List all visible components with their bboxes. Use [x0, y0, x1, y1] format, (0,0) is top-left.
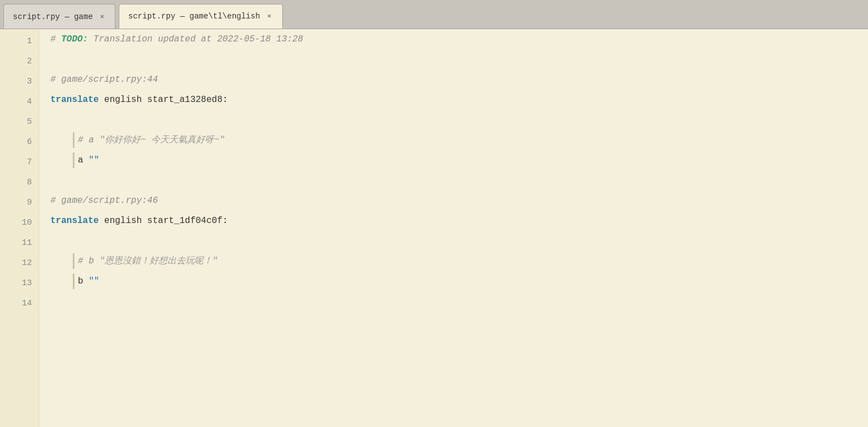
tab-label-2: script.rpy — game\tl\english — [128, 12, 260, 21]
code-line-13: b "" — [50, 271, 868, 291]
line-num-6: 6 — [0, 130, 39, 150]
line-num-1: 1 — [0, 29, 39, 49]
code-line-6: # a "你好你好~ 今天天氣真好呀~" — [50, 130, 868, 150]
tab-label-1: script.rpy — game — [13, 12, 93, 21]
code-line-8 — [50, 170, 868, 191]
tab-script-game[interactable]: script.rpy — game ✕ — [3, 4, 115, 29]
code-line-4: translate english start_a1328ed8: — [50, 90, 868, 110]
code-line-2 — [50, 49, 868, 69]
code-line-7: a "" — [50, 150, 868, 170]
tab-script-game-english[interactable]: script.rpy — game\tl\english ✕ — [119, 4, 282, 29]
line-num-14: 14 — [0, 291, 39, 312]
code-line-1: # TODO: Translation updated at 2022-05-1… — [50, 29, 868, 49]
line-num-3: 3 — [0, 69, 39, 90]
code-content[interactable]: # TODO: Translation updated at 2022-05-1… — [39, 29, 868, 427]
close-icon-1[interactable]: ✕ — [99, 13, 106, 21]
line-num-5: 5 — [0, 110, 39, 130]
code-line-12: # b "恩恩沒錯！好想出去玩呢！" — [50, 251, 868, 271]
tab-bar: script.rpy — game ✕ script.rpy — game\tl… — [0, 0, 868, 29]
line-num-10: 10 — [0, 211, 39, 231]
code-line-9: # game/script.rpy:46 — [50, 191, 868, 211]
line-num-12: 12 — [0, 251, 39, 271]
editor-area: 1 2 3 4 5 6 7 8 9 10 11 12 13 14 # TODO:… — [0, 29, 868, 427]
code-line-11 — [50, 231, 868, 251]
line-num-9: 9 — [0, 191, 39, 211]
line-num-11: 11 — [0, 231, 39, 251]
code-line-10: translate english start_1df04c0f: — [50, 211, 868, 231]
line-num-4: 4 — [0, 90, 39, 110]
line-num-2: 2 — [0, 49, 39, 69]
code-line-14 — [50, 291, 868, 312]
line-num-8: 8 — [0, 170, 39, 191]
line-num-7: 7 — [0, 150, 39, 170]
line-num-13: 13 — [0, 271, 39, 291]
code-line-3: # game/script.rpy:44 — [50, 69, 868, 90]
close-icon-2[interactable]: ✕ — [265, 12, 273, 20]
code-line-5 — [50, 110, 868, 130]
line-numbers: 1 2 3 4 5 6 7 8 9 10 11 12 13 14 — [0, 29, 39, 427]
